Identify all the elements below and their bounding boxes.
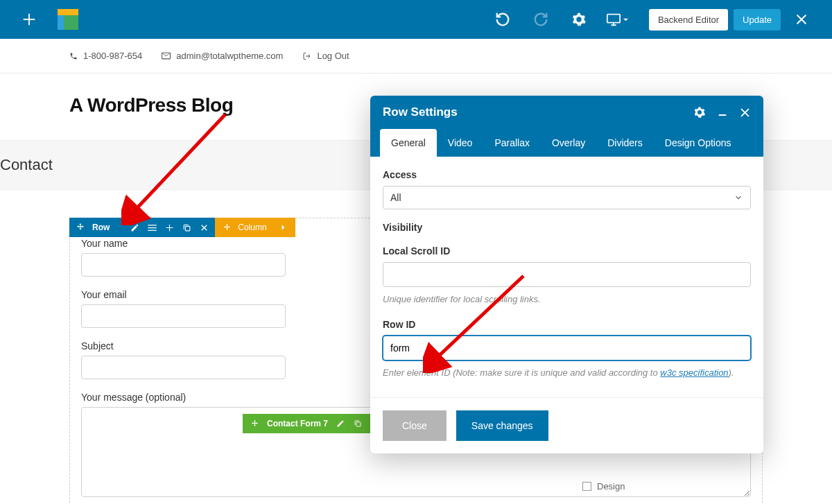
tab-overlay[interactable]: Overlay: [541, 129, 596, 157]
row-edit-icon[interactable]: [130, 223, 140, 233]
backend-editor-button[interactable]: Backend Editor: [649, 9, 728, 31]
checkbox-icon[interactable]: [582, 482, 591, 491]
cf7-label[interactable]: Contact Form 7: [267, 419, 328, 428]
update-button[interactable]: Update: [734, 9, 781, 31]
modal-close-icon[interactable]: [739, 107, 751, 119]
cf7-edit-icon[interactable]: [335, 419, 345, 429]
tab-parallax[interactable]: Parallax: [483, 129, 541, 157]
modal-save-button[interactable]: Save changes: [456, 410, 548, 441]
cf7-element-toolbar: Contact Form 7: [243, 414, 387, 433]
cf7-move-icon[interactable]: [250, 419, 260, 429]
svg-rect-2: [356, 422, 361, 426]
scrollid-help: Unique identifier for local scrolling li…: [383, 293, 751, 306]
column-label[interactable]: Column: [238, 223, 266, 232]
modal-tabs: General Video Parallax Overlay Dividers …: [370, 129, 763, 157]
scrollid-label: Local Scroll ID: [383, 245, 751, 257]
email-input[interactable]: [81, 304, 286, 328]
logout-text: Log Out: [317, 51, 349, 61]
design-checkbox-row[interactable]: Design: [582, 481, 625, 492]
add-element-button[interactable]: [10, 0, 49, 39]
row-columns-icon[interactable]: [147, 223, 157, 233]
modal-header: Row Settings: [370, 96, 763, 129]
top-info-bar: 1-800-987-654 admin@totalwptheme.com Log…: [0, 39, 832, 73]
column-move-icon[interactable]: [222, 223, 232, 233]
visibility-label: Visibility: [383, 222, 751, 233]
svg-rect-0: [607, 15, 620, 23]
logout-link[interactable]: Log Out: [302, 51, 349, 61]
phone-text: 1-800-987-654: [83, 51, 142, 61]
phone-icon: [69, 52, 78, 60]
row-delete-icon[interactable]: [199, 223, 209, 233]
access-select[interactable]: All: [383, 186, 751, 209]
column-toolbar: Column: [215, 218, 295, 237]
close-editor-button[interactable]: [781, 0, 822, 39]
svg-rect-1: [186, 226, 191, 231]
row-settings-modal: Row Settings General Video Parallax Over…: [370, 96, 763, 453]
redo-button[interactable]: [522, 0, 560, 39]
settings-button[interactable]: [560, 0, 598, 39]
rowid-input[interactable]: [383, 336, 751, 360]
email-text: admin@totalwptheme.com: [176, 51, 283, 61]
tab-design-options[interactable]: Design Options: [654, 129, 743, 157]
rowid-label: Row ID: [383, 319, 751, 330]
templates-button[interactable]: [49, 0, 87, 39]
modal-settings-icon[interactable]: [693, 106, 706, 119]
modal-close-button[interactable]: Close: [383, 410, 447, 441]
scrollid-input[interactable]: [383, 262, 751, 287]
cf7-clone-icon[interactable]: [352, 419, 363, 429]
row-move-icon[interactable]: [75, 223, 85, 233]
modal-title: Row Settings: [383, 105, 458, 119]
column-more-icon[interactable]: [278, 223, 288, 233]
rowid-help: Enter element ID (Note: make sure it is …: [383, 366, 751, 380]
w3c-link[interactable]: w3c specification: [660, 367, 728, 378]
access-label: Access: [383, 169, 751, 180]
tab-general[interactable]: General: [380, 129, 437, 157]
row-toolbar: Row: [69, 218, 215, 237]
responsive-button[interactable]: [598, 0, 636, 39]
row-clone-icon[interactable]: [182, 223, 192, 233]
modal-minimize-icon[interactable]: [717, 107, 728, 118]
logout-icon: [302, 52, 311, 60]
row-label[interactable]: Row: [92, 223, 110, 232]
tab-video[interactable]: Video: [437, 129, 484, 157]
phone-info: 1-800-987-654: [69, 51, 142, 61]
tab-dividers[interactable]: Dividers: [596, 129, 654, 157]
chevron-down-icon: [734, 193, 743, 202]
undo-button[interactable]: [484, 0, 522, 39]
subject-input[interactable]: [81, 356, 286, 379]
mail-icon: [162, 52, 171, 60]
name-input[interactable]: [81, 253, 286, 277]
email-info: admin@totalwptheme.com: [162, 51, 283, 61]
wpbakery-top-toolbar: Backend Editor Update: [0, 0, 832, 39]
row-add-icon[interactable]: [164, 223, 175, 233]
